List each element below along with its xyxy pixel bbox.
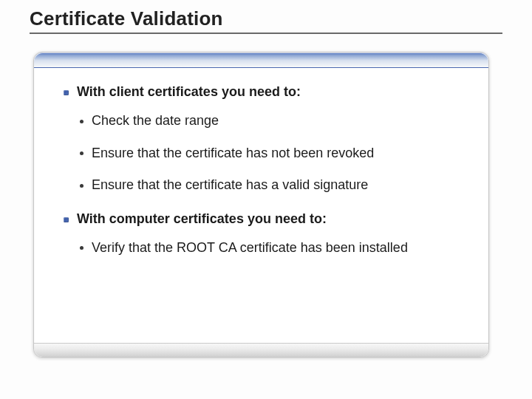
panel-header-gloss bbox=[34, 52, 488, 68]
list-item: Verify that the ROOT CA certificate has … bbox=[80, 239, 459, 256]
slide-title: Certificate Validation bbox=[30, 7, 223, 30]
list-item: Ensure that the certificate has a valid … bbox=[80, 177, 459, 194]
title-underline bbox=[30, 33, 502, 34]
section-heading: With client certificates you need to: bbox=[64, 83, 459, 100]
panel-content: With client certificates you need to: Ch… bbox=[64, 83, 459, 273]
list-item: Check the date range bbox=[80, 112, 459, 129]
slide: Certificate Validation With client certi… bbox=[0, 0, 532, 399]
section-heading: With computer certificates you need to: bbox=[64, 211, 459, 228]
content-panel: With client certificates you need to: Ch… bbox=[33, 52, 489, 358]
section-items: Check the date range Ensure that the cer… bbox=[80, 112, 459, 194]
section-items: Verify that the ROOT CA certificate has … bbox=[80, 239, 459, 256]
list-item: Ensure that the certificate has not been… bbox=[80, 145, 459, 162]
panel-footer-gloss bbox=[34, 343, 488, 357]
